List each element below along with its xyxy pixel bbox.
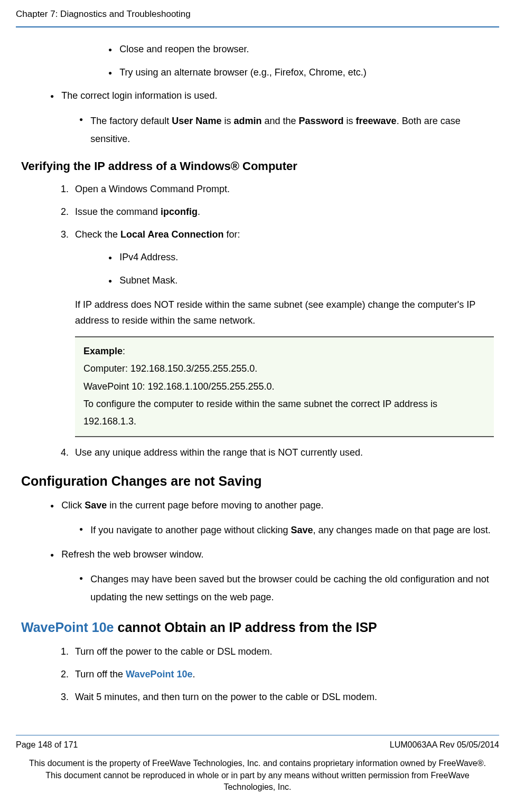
item-text: Turn off the power to the cable or DSL m… (75, 645, 273, 659)
text: . (192, 669, 195, 679)
item-text: Issue the command ipconfig. (75, 205, 200, 219)
bold-text: Save (85, 500, 107, 511)
item-text: Wait 5 minutes, and then turn on the pow… (75, 690, 377, 704)
page-number: Page 148 of 171 (16, 739, 78, 751)
list-item: ● Close and reopen the browser. (108, 42, 494, 57)
bold-text: Save (291, 525, 313, 535)
bullet-icon: ● (108, 250, 112, 265)
list-item: ● IPv4 Address. (108, 250, 494, 265)
item-number: 1. (57, 645, 69, 659)
bullet-icon: ● (79, 571, 83, 606)
list-item: ● Changes may have been saved but the br… (79, 571, 494, 606)
chapter-header: Chapter 7: Diagnostics and Troubleshooti… (16, 7, 499, 21)
bullet-icon: ● (79, 522, 83, 539)
bullet-icon: ● (108, 273, 112, 288)
bullet-icon: ● (108, 42, 112, 57)
example-line: Example: (83, 343, 485, 360)
list-text: The correct login information is used. (61, 89, 217, 103)
ordered-item: 3. Check the Local Area Connection for: (57, 228, 494, 242)
ordered-item: 2. Turn off the WavePoint 10e. (57, 667, 494, 682)
bold-text: User Name (172, 116, 221, 126)
text: If you navigate to another page without … (90, 525, 291, 535)
ordered-item: 1. Open a Windows Command Prompt. (57, 182, 494, 196)
item-number: 2. (57, 205, 69, 219)
bold-text: Password (299, 116, 344, 126)
paragraph: If IP address does NOT reside within the… (75, 297, 494, 329)
heading-text: cannot Obtain an IP address from the ISP (114, 620, 377, 635)
text: in the current page before moving to ano… (107, 500, 323, 511)
list-item: ● The factory default User Name is admin… (79, 112, 494, 148)
text: is (221, 116, 233, 126)
bullet-icon: ● (79, 112, 83, 148)
item-number: 3. (57, 690, 69, 704)
revision-label: LUM0063AA Rev 05/05/2014 (390, 739, 499, 751)
footer-meta: Page 148 of 171 LUM0063AA Rev 05/05/2014 (16, 739, 499, 751)
text: Check the (75, 229, 120, 240)
text: . (198, 206, 200, 217)
list-text: Close and reopen the browser. (119, 42, 249, 57)
list-text: Try using an alternate browser (e.g., Fi… (119, 65, 367, 80)
list-item: ● Refresh the web browser window. (50, 547, 494, 562)
product-name: WavePoint 10e (126, 669, 192, 679)
text: for: (223, 229, 240, 240)
item-text: Turn off the WavePoint 10e. (75, 667, 195, 682)
bold-text: Local Area Connection (120, 229, 223, 240)
list-text: If you navigate to another page without … (90, 522, 491, 539)
text: is (344, 116, 356, 126)
text: Issue the command (75, 206, 161, 217)
product-name: WavePoint 10e (21, 620, 114, 635)
list-text: Subnet Mask. (119, 273, 177, 288)
list-text: IPv4 Address. (119, 250, 178, 265)
footer-rule (16, 735, 499, 735)
example-line: WavePoint 10: 192.168.1.100/255.255.255.… (83, 378, 485, 395)
item-number: 3. (57, 228, 69, 242)
item-number: 1. (57, 182, 69, 196)
item-text: Open a Windows Command Prompt. (75, 182, 230, 196)
bullet-icon: ● (108, 65, 112, 80)
bullet-icon: ● (50, 89, 54, 103)
ordered-item: 1. Turn off the power to the cable or DS… (57, 645, 494, 659)
section-heading-isp-ip: WavePoint 10e cannot Obtain an IP addres… (21, 618, 494, 638)
list-item: ● Try using an alternate browser (e.g., … (108, 65, 494, 80)
bold-text: ipconfig (161, 206, 198, 217)
list-item: ● The correct login information is used. (50, 89, 494, 103)
item-number: 2. (57, 667, 69, 682)
bullet-icon: ● (50, 547, 54, 562)
example-label: Example (83, 346, 123, 356)
list-item: ● Subnet Mask. (108, 273, 494, 288)
text: Click (61, 500, 85, 511)
item-number: 4. (57, 446, 69, 460)
bold-text: freewave (356, 116, 397, 126)
list-text: Changes may have been saved but the brow… (90, 571, 494, 606)
section-heading-verify-ip: Verifying the IP address of a Windows® C… (21, 157, 494, 175)
ordered-item: 4. Use any unique address within the ran… (57, 446, 494, 460)
list-text: The factory default User Name is admin a… (90, 112, 494, 148)
header-rule (16, 26, 499, 27)
item-text: Check the Local Area Connection for: (75, 228, 240, 242)
example-box: Example: Computer: 192.168.150.3/255.255… (75, 336, 494, 437)
example-line: Computer: 192.168.150.3/255.255.255.0. (83, 360, 485, 377)
text: The factory default (90, 116, 172, 126)
text: Turn off the (75, 669, 126, 679)
text: and the (261, 116, 298, 126)
text: , any changes made on that page are lost… (313, 525, 491, 535)
ordered-item: 2. Issue the command ipconfig. (57, 205, 494, 219)
bullet-icon: ● (50, 498, 54, 513)
footer-disclaimer: This document is the property of FreeWav… (16, 758, 499, 793)
section-heading-config-changes: Configuration Changes are not Saving (21, 471, 494, 492)
example-line: To configure the computer to reside with… (83, 395, 485, 431)
list-text: Refresh the web browser window. (61, 547, 203, 562)
page-content: ● Close and reopen the browser. ● Try us… (16, 42, 499, 705)
item-text: Use any unique address within the range … (75, 446, 363, 460)
list-item: ● If you navigate to another page withou… (79, 522, 494, 539)
bold-text: admin (233, 116, 261, 126)
list-item: ● Click Save in the current page before … (50, 498, 494, 513)
list-text: Click Save in the current page before mo… (61, 498, 323, 513)
ordered-item: 3. Wait 5 minutes, and then turn on the … (57, 690, 494, 704)
